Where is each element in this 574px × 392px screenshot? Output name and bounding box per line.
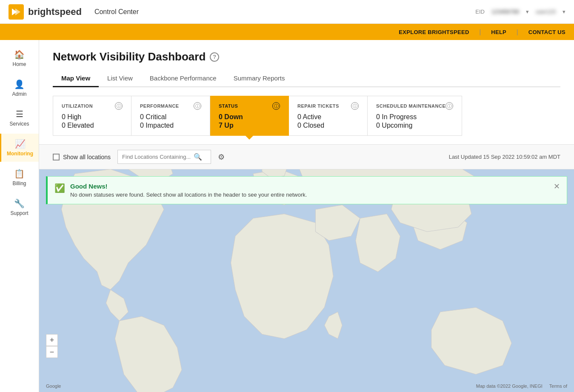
stat-card-status[interactable]: STATUS ⓘ 0 Down 7 Up: [210, 96, 289, 136]
dashboard-header: Network Visibility Dashboard ? Map View …: [39, 40, 574, 87]
zoom-in-button[interactable]: +: [46, 334, 58, 346]
yellow-nav-bar: EXPLORE BRIGHTSPEED | HELP | CONTACT US: [0, 24, 574, 40]
map-controls: + −: [46, 334, 58, 358]
search-input[interactable]: [122, 154, 190, 160]
services-icon: ☰: [16, 109, 23, 119]
sidebar-item-billing[interactable]: 📋 Billing: [0, 163, 39, 192]
search-icon[interactable]: 🔍: [194, 153, 202, 161]
sidebar-label-home: Home: [12, 61, 26, 67]
header-right: EID 123456789 ▾ user123 ▾: [475, 9, 565, 15]
banner-content: Good News! No down statuses were found. …: [70, 183, 548, 198]
map-area: ✅ Good News! No down statuses were found…: [39, 169, 574, 392]
map-footer: Map data ©2022 Google, INEGI Terms of: [476, 383, 567, 389]
help-link[interactable]: HELP: [491, 29, 506, 35]
tab-summary-reports[interactable]: Summary Reports: [225, 70, 294, 87]
sidebar-item-monitoring[interactable]: 📈 Monitoring: [0, 134, 39, 162]
logo-text: brightspeed: [28, 6, 82, 17]
stat-title-repair: REPAIR TICKETS: [297, 103, 339, 109]
stat-value-active: 0 Active: [297, 113, 359, 121]
search-box[interactable]: 🔍: [117, 150, 211, 164]
stat-info-repair[interactable]: ⓘ: [351, 102, 359, 110]
contact-us-link[interactable]: CONTACT US: [528, 29, 565, 35]
sidebar-item-support[interactable]: 🔧 Support: [0, 193, 39, 221]
stat-title-utilization: UTILIZATION: [62, 103, 93, 109]
sidebar-item-home[interactable]: 🏠 Home: [0, 44, 39, 72]
stat-card-utilization-header: UTILIZATION ⓘ: [62, 102, 123, 110]
stat-values-status: 0 Down 7 Up: [219, 113, 280, 129]
help-icon[interactable]: ?: [210, 52, 219, 62]
stat-value-critical: 0 Critical: [140, 113, 201, 121]
page-title: Network Visibility Dashboard: [53, 50, 206, 63]
stat-value-down: 0 Down: [219, 113, 280, 121]
stat-values-performance: 0 Critical 0 Impacted: [140, 113, 201, 129]
stat-value-upcoming: 0 Upcoming: [376, 122, 453, 129]
stat-value-high: 0 High: [62, 113, 123, 121]
filter-icon[interactable]: ⚙: [218, 152, 225, 162]
nav-separator-2: |: [517, 29, 518, 35]
show-all-locations-checkbox[interactable]: [53, 154, 60, 160]
stat-card-performance-header: PERFORMANCE ⓘ: [140, 102, 201, 110]
explore-brightspeed-link[interactable]: EXPLORE BRIGHTSPEED: [399, 29, 469, 35]
nav-separator-1: |: [480, 29, 481, 35]
sidebar-label-monitoring: Monitoring: [7, 151, 33, 157]
top-header: brightspeed Control Center EID 123456789…: [0, 0, 574, 24]
sidebar-label-admin: Admin: [12, 91, 26, 97]
tab-map-view[interactable]: Map View: [53, 70, 99, 87]
sidebar-label-services: Services: [9, 121, 29, 127]
stat-value-impacted: 0 Impacted: [140, 122, 201, 129]
show-all-locations-text: Show all locations: [63, 154, 111, 160]
good-news-banner: ✅ Good News! No down statuses were found…: [46, 176, 567, 204]
banner-close-button[interactable]: ✕: [554, 183, 560, 190]
eid-label: EID: [475, 9, 485, 15]
success-icon: ✅: [54, 183, 65, 193]
admin-icon: 👤: [14, 79, 25, 89]
logo-area: brightspeed Control Center: [9, 4, 139, 20]
stat-values-utilization: 0 High 0 Elevated: [62, 113, 123, 129]
sidebar-item-admin[interactable]: 👤 Admin: [0, 74, 39, 102]
sidebar: 🏠 Home 👤 Admin ☰ Services 📈 Monitoring 📋…: [0, 40, 39, 392]
support-icon: 🔧: [14, 198, 25, 209]
sidebar-label-billing: Billing: [12, 180, 26, 186]
eid-value: 123456789: [491, 9, 519, 15]
monitoring-icon: 📈: [15, 139, 26, 149]
dashboard-tabs: Map View List View Backbone Performance …: [53, 70, 560, 87]
stat-value-up: 7 Up: [219, 122, 280, 129]
stat-card-utilization[interactable]: UTILIZATION ⓘ 0 High 0 Elevated: [53, 96, 131, 136]
stat-value-in-progress: 0 In Progress: [376, 113, 453, 121]
sidebar-item-services[interactable]: ☰ Services: [0, 104, 39, 132]
stat-value-elevated: 0 Elevated: [62, 122, 123, 129]
billing-icon: 📋: [14, 169, 25, 179]
show-all-locations-label[interactable]: Show all locations: [53, 154, 111, 160]
tab-backbone-performance[interactable]: Backbone Performance: [141, 70, 225, 87]
main-layout: 🏠 Home 👤 Admin ☰ Services 📈 Monitoring 📋…: [0, 40, 574, 392]
stat-values-maintenance: 0 In Progress 0 Upcoming: [376, 113, 453, 129]
map-terms[interactable]: Terms of: [549, 383, 567, 389]
stat-values-repair: 0 Active 0 Closed: [297, 113, 359, 129]
last-updated-text: Last Updated 15 Sep 2022 10:59:02 am MDT: [449, 154, 560, 160]
content-area: Network Visibility Dashboard ? Map View …: [39, 40, 574, 392]
stat-card-performance[interactable]: PERFORMANCE ⓘ 0 Critical 0 Impacted: [131, 96, 210, 136]
stat-card-status-header: STATUS ⓘ: [219, 102, 280, 110]
user-dropdown[interactable]: ▾: [563, 9, 565, 15]
stat-card-repair-tickets[interactable]: REPAIR TICKETS ⓘ 0 Active 0 Closed: [289, 96, 368, 136]
stat-title-status: STATUS: [219, 103, 238, 109]
stat-card-repair-header: REPAIR TICKETS ⓘ: [297, 102, 359, 110]
stat-info-utilization[interactable]: ⓘ: [115, 102, 123, 110]
eid-dropdown[interactable]: ▾: [526, 9, 529, 15]
brightspeed-logo-icon: [9, 4, 24, 20]
tab-list-view[interactable]: List View: [99, 70, 141, 87]
stat-info-performance[interactable]: ⓘ: [194, 102, 201, 110]
stat-title-performance: PERFORMANCE: [140, 103, 179, 109]
banner-message: No down statuses were found. Select show…: [70, 192, 548, 198]
map-data-attr: Map data ©2022 Google, INEGI: [476, 383, 543, 389]
dashboard-title-area: Network Visibility Dashboard ?: [53, 50, 560, 63]
zoom-out-button[interactable]: −: [46, 346, 58, 358]
stat-card-scheduled-maintenance[interactable]: SCHEDULED MAINTENANCE ⓘ 0 In Progress 0 …: [368, 96, 462, 136]
user-value: user123: [536, 9, 556, 15]
stat-title-maintenance: SCHEDULED MAINTENANCE: [376, 103, 445, 109]
home-icon: 🏠: [14, 49, 25, 60]
stat-info-maintenance[interactable]: ⓘ: [445, 102, 453, 110]
stat-card-maintenance-header: SCHEDULED MAINTENANCE ⓘ: [376, 102, 453, 110]
stat-info-status[interactable]: ⓘ: [272, 102, 280, 110]
filter-bar: Show all locations 🔍 ⚙ Last Updated 15 S…: [39, 144, 574, 169]
